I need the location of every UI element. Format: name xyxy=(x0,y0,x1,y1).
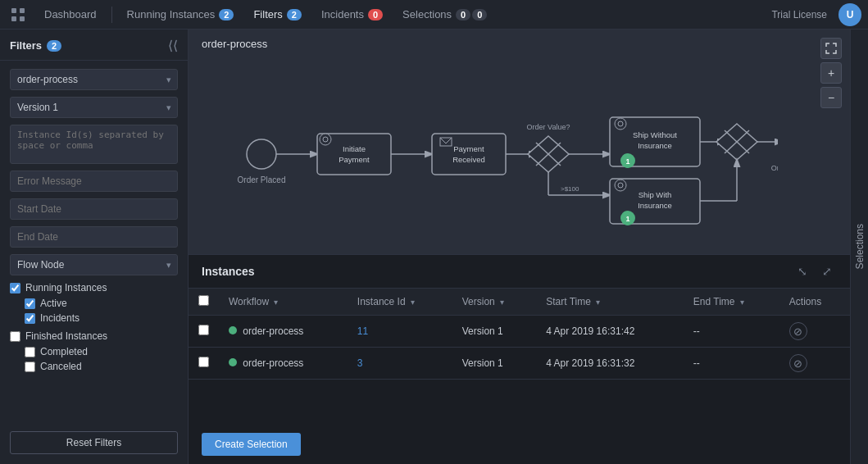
row-action-button-1[interactable]: ⊘ xyxy=(789,354,807,372)
active-label: Active xyxy=(40,298,67,309)
svg-rect-1 xyxy=(20,8,25,13)
fit-diagram-button[interactable] xyxy=(820,38,842,59)
reset-filters-button[interactable]: Reset Filters xyxy=(10,431,178,454)
filters-badge: 2 xyxy=(287,9,302,20)
svg-text:1: 1 xyxy=(625,157,629,166)
error-message-input[interactable] xyxy=(10,171,178,192)
version-select-wrapper: Version 1 xyxy=(10,97,178,118)
svg-text:Payment: Payment xyxy=(339,155,370,164)
version-select[interactable]: Version 1 xyxy=(10,97,178,118)
completed-checkbox[interactable] xyxy=(25,347,35,357)
row-status-dot-1 xyxy=(229,358,237,366)
workflow-column-header[interactable]: Workflow ▾ xyxy=(219,289,348,316)
row-workflow-name-1: order-process xyxy=(243,357,303,369)
completed-label: Completed xyxy=(40,346,88,357)
nav-dashboard[interactable]: Dashboard xyxy=(36,5,105,24)
completed-checkbox-item[interactable]: Completed xyxy=(25,346,178,357)
collapse-instances-button[interactable]: ⤡ xyxy=(793,262,812,281)
svg-text:Received: Received xyxy=(452,155,485,164)
actions-column-header: Actions xyxy=(779,289,850,316)
row-instance-link-1[interactable]: 3 xyxy=(357,357,363,369)
finished-instances-checkbox-item[interactable]: Finished Instances xyxy=(10,330,178,342)
start-date-input[interactable] xyxy=(10,198,178,220)
instance-ids-input[interactable] xyxy=(10,125,178,164)
main-layout: Filters 2 ⟨⟨ order-process Version 1 xyxy=(0,30,868,464)
select-all-checkbox[interactable] xyxy=(198,295,209,306)
svg-text:Order Value?: Order Value? xyxy=(526,123,570,131)
running-instances-checkbox-item[interactable]: Running Instances xyxy=(10,282,178,293)
svg-text:1: 1 xyxy=(625,215,629,223)
instances-header: Instances ⤡ ⤢ xyxy=(189,255,850,289)
nav-dashboard-label: Dashboard xyxy=(44,8,97,20)
instances-table: Workflow ▾ Instance Id ▾ Version ▾ xyxy=(189,289,850,380)
create-selection-button[interactable]: Create Selection xyxy=(202,433,301,456)
svg-rect-13 xyxy=(432,134,506,175)
version-sort-icon: ▾ xyxy=(500,298,504,307)
workflow-sort-icon: ▾ xyxy=(274,298,278,307)
filters-sidebar: Filters 2 ⟨⟨ order-process Version 1 xyxy=(0,30,189,464)
process-select[interactable]: order-process xyxy=(10,69,178,90)
instance-id-sort-icon: ▾ xyxy=(411,298,415,307)
row-checkbox-1[interactable] xyxy=(198,357,209,367)
svg-text:Insurance: Insurance xyxy=(638,201,672,210)
sidebar-body: order-process Version 1 Flow Node xyxy=(0,61,188,425)
row-instance-link-0[interactable]: 11 xyxy=(357,325,368,337)
row-end-time-0: -- xyxy=(684,316,779,348)
svg-point-24 xyxy=(615,118,626,130)
row-start-time-1: 4 Apr 2019 16:31:32 xyxy=(536,348,684,380)
instance-id-column-header[interactable]: Instance Id ▾ xyxy=(348,289,452,316)
incidents-checkbox-item[interactable]: Incidents xyxy=(25,312,178,324)
running-instances-label: Running Instances xyxy=(25,282,107,293)
bpmn-svg: Order Placed Initiate Payment xyxy=(220,64,778,244)
incidents-badge: 0 xyxy=(368,9,383,20)
incidents-checkbox[interactable] xyxy=(25,313,35,324)
table-row: order-process 3 Version 1 4 Apr 2019 16:… xyxy=(189,348,850,380)
svg-text:Initiate: Initiate xyxy=(343,144,366,153)
nav-filters[interactable]: Filters 2 xyxy=(245,5,310,24)
collapse-sidebar-button[interactable]: ⟨⟨ xyxy=(168,38,178,53)
user-avatar[interactable]: U xyxy=(838,3,861,26)
end-date-input[interactable] xyxy=(10,226,178,248)
canceled-checkbox-item[interactable]: Canceled xyxy=(25,361,178,372)
row-workflow-1: order-process xyxy=(219,348,348,380)
zoom-in-button[interactable]: + xyxy=(820,62,842,84)
diagram-controls: + − xyxy=(820,38,842,108)
nav-selections[interactable]: Selections 0 0 xyxy=(394,5,495,24)
sidebar-header: Filters 2 ⟨⟨ xyxy=(0,30,188,61)
row-actions-1: ⊘ xyxy=(779,348,850,380)
svg-text:Order Fulfilled: Order Fulfilled xyxy=(770,164,777,172)
svg-text:Insurance: Insurance xyxy=(638,141,672,150)
diagram-area: order-process Order Placed Initiate Paym… xyxy=(189,30,850,255)
sidebar-title: Filters 2 xyxy=(10,39,61,52)
version-column-header[interactable]: Version ▾ xyxy=(452,289,536,316)
table-row: order-process 11 Version 1 4 Apr 2019 16… xyxy=(189,316,850,348)
selections-sidebar[interactable]: Selections xyxy=(850,30,868,464)
nav-running-instances[interactable]: Running Instances 2 xyxy=(119,5,243,24)
nav-running-instances-label: Running Instances xyxy=(127,8,216,20)
instances-area: Instances ⤡ ⤢ Workflow xyxy=(189,255,850,464)
finished-instances-checkbox[interactable] xyxy=(10,331,20,342)
finished-instances-label: Finished Instances xyxy=(25,330,107,342)
active-checkbox[interactable] xyxy=(25,298,35,309)
expand-instances-button[interactable]: ⤢ xyxy=(817,262,837,281)
running-instances-checkbox[interactable] xyxy=(10,283,20,293)
canceled-checkbox[interactable] xyxy=(25,362,35,372)
zoom-out-button[interactable]: − xyxy=(820,87,842,108)
logo-icon[interactable] xyxy=(7,3,30,26)
nav-divider-1 xyxy=(111,7,112,23)
row-start-time-0: 4 Apr 2019 16:31:42 xyxy=(536,316,684,348)
filters-title-text: Filters xyxy=(10,39,42,52)
nav-selections-label: Selections xyxy=(402,8,452,20)
nav-incidents[interactable]: Incidents 0 xyxy=(313,5,391,24)
row-checkbox-0[interactable] xyxy=(198,325,209,335)
end-time-column-header[interactable]: End Time ▾ xyxy=(684,289,779,316)
active-checkbox-item[interactable]: Active xyxy=(25,298,178,309)
svg-rect-0 xyxy=(11,8,16,13)
row-version-1: Version 1 xyxy=(452,348,536,380)
flow-node-select[interactable]: Flow Node xyxy=(10,254,178,275)
row-action-button-0[interactable]: ⊘ xyxy=(789,322,807,340)
checkbox-group-running: Running Instances Active Incidents xyxy=(10,282,178,324)
instances-title: Instances xyxy=(202,265,255,278)
start-time-column-header[interactable]: Start Time ▾ xyxy=(536,289,684,316)
bpmn-diagram-container[interactable]: Order Placed Initiate Payment xyxy=(189,54,809,254)
